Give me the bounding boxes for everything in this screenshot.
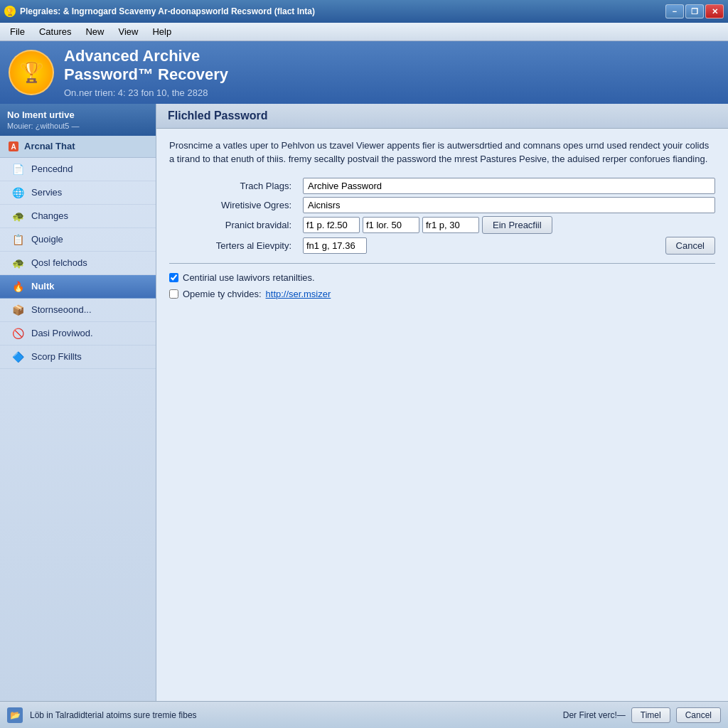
title-bar: 🏆 Plegrales: & Ingrnogard Scavemy Ar-doo… bbox=[0, 0, 728, 23]
sidebar-section-icon: A bbox=[7, 140, 20, 153]
sidebar-item-quoigle[interactable]: 📋 Quoigle bbox=[0, 228, 156, 252]
sidebar-section-label: Arcnal That bbox=[24, 141, 75, 151]
sidebar-section-header[interactable]: A Arcnal That bbox=[0, 136, 156, 158]
sidebar-item-icon-storns: 📦 bbox=[10, 302, 26, 318]
description-text: Prosncime a vatles uper to Pehlvon us tz… bbox=[169, 139, 715, 166]
sidebar-header: No Iment urtive Mouier: ¿without5 — bbox=[0, 104, 156, 136]
window-title: Plegrales: & Ingrnogard Scavemy Ar-doona… bbox=[20, 6, 315, 16]
form-row-2: Wiretisive Ogres: bbox=[169, 197, 715, 213]
app-title-line1: Advanced Archive Password™ Recovery bbox=[64, 47, 228, 85]
app-icon: 🏆 bbox=[4, 6, 16, 17]
menu-help[interactable]: Help bbox=[145, 25, 178, 38]
pranict-val1-input[interactable] bbox=[303, 217, 360, 233]
sidebar-item-icon-servies: 🌐 bbox=[10, 185, 26, 200]
menu-bar: File Catures New View Help bbox=[0, 23, 728, 41]
menu-file[interactable]: File bbox=[3, 25, 32, 38]
checkbox-row-1: Centirial use lawivors retanilties. bbox=[169, 272, 715, 283]
form-label-2: Wiretisive Ogres: bbox=[169, 200, 297, 210]
status-right-label: Der Firet verc!— bbox=[563, 710, 626, 720]
sidebar-item-icon-quoigle: 📋 bbox=[10, 232, 26, 247]
sidebar-item-label: Pencednd bbox=[31, 164, 73, 174]
app-title-block: Advanced Archive Password™ Recovery On.n… bbox=[64, 47, 228, 98]
pranict-val2-input[interactable] bbox=[363, 217, 419, 233]
sidebar-item-servies[interactable]: 🌐 Servies bbox=[0, 181, 156, 205]
minimize-button[interactable]: − bbox=[665, 4, 684, 18]
sidebar-item-storns[interactable]: 📦 Stornseoond... bbox=[0, 299, 156, 322]
close-button[interactable]: ✕ bbox=[705, 4, 724, 18]
content-body: Prosncime a vatles uper to Pehlvon us tz… bbox=[156, 129, 728, 315]
terters-input[interactable] bbox=[303, 237, 367, 254]
pranict-val3-input[interactable] bbox=[422, 217, 479, 233]
timel-button[interactable]: Timel bbox=[631, 707, 670, 723]
status-right: Der Firet verc!— Timel Cancel bbox=[563, 707, 721, 723]
status-text: Löb in Talradidterial atoims sure tremie… bbox=[30, 710, 556, 720]
checkbox-2-link[interactable]: http://ser.msizer bbox=[266, 289, 331, 299]
menu-catures[interactable]: Catures bbox=[32, 25, 79, 38]
sidebar-item-icon-pencednd: 📄 bbox=[10, 161, 26, 177]
sidebar-top-sub: Mouier: ¿without5 — bbox=[7, 122, 149, 130]
sidebar-item-changes[interactable]: 🐢 Changes bbox=[0, 205, 156, 228]
sidebar-item-nultk[interactable]: 🔥 Nultk bbox=[0, 275, 156, 299]
form-row-1: Trach Plags: bbox=[169, 178, 715, 194]
sidebar: No Iment urtive Mouier: ¿without5 — A Ar… bbox=[0, 104, 156, 701]
statusbar-cancel-button[interactable]: Cancel bbox=[676, 707, 721, 723]
sidebar-item-icon-qosl: 🐢 bbox=[10, 255, 26, 271]
form-label-1: Trach Plags: bbox=[169, 181, 297, 191]
menu-view[interactable]: View bbox=[112, 25, 146, 38]
form-row-4: Terters al Eievpity: Cancel bbox=[169, 237, 715, 255]
title-bar-left: 🏆 Plegrales: & Ingrnogard Scavemy Ar-doo… bbox=[4, 6, 315, 17]
checkbox-row-2: Opemie ty chvides: http://ser.msizer bbox=[169, 289, 715, 299]
divider bbox=[169, 263, 715, 264]
sidebar-item-icon-dasi: 🚫 bbox=[10, 326, 26, 341]
form-row-3: Pranict bravidal: Ein Preacfiil bbox=[169, 216, 715, 234]
sidebar-item-label: Dasi Proviwod. bbox=[31, 328, 93, 338]
sidebar-item-icon-nultk: 🔥 bbox=[10, 279, 26, 294]
sidebar-item-qosl[interactable]: 🐢 Qosl felchods bbox=[0, 252, 156, 275]
cancel-button[interactable]: Cancel bbox=[665, 237, 715, 255]
sidebar-item-label: Scorp Fkillts bbox=[31, 351, 82, 362]
sidebar-item-scorp[interactable]: 🔷 Scorp Fkillts bbox=[0, 346, 156, 369]
sidebar-top-title: No Iment urtive bbox=[7, 109, 149, 120]
app-subtitle: On.ner trien: 4: 23 fon 10, the 2828 bbox=[64, 87, 228, 98]
form-row-4-inputs: Cancel bbox=[303, 237, 715, 255]
status-bar: 📂 Löb in Talradidterial atoims sure trem… bbox=[0, 701, 728, 728]
content-panel: Flichled Password Prosncime a vatles upe… bbox=[156, 104, 728, 701]
sidebar-item-label: Quoigle bbox=[31, 234, 63, 245]
status-icon: 📂 bbox=[7, 707, 23, 723]
window-controls: − ❐ ✕ bbox=[665, 4, 724, 18]
app-logo: 🏆 bbox=[9, 50, 54, 95]
checkbox-2-label: Opemie ty chvides: bbox=[183, 289, 262, 299]
form-label-4: Terters al Eievpity: bbox=[169, 240, 297, 251]
archive-password-input[interactable] bbox=[303, 178, 715, 194]
form-row-3-inputs: Ein Preacfiil bbox=[303, 216, 715, 234]
content-header: Flichled Password bbox=[156, 104, 728, 129]
sidebar-item-label: Changes bbox=[31, 210, 68, 221]
sidebar-item-label: Qosl felchods bbox=[31, 257, 87, 268]
main-area: No Iment urtive Mouier: ¿without5 — A Ar… bbox=[0, 104, 728, 701]
sidebar-item-icon-changes: 🐢 bbox=[10, 208, 26, 224]
app-header: 🏆 Advanced Archive Password™ Recovery On… bbox=[0, 41, 728, 104]
checkbox-1-label: Centirial use lawivors retanilties. bbox=[183, 272, 315, 283]
svg-text:A: A bbox=[11, 143, 16, 151]
sidebar-item-label: Servies bbox=[31, 187, 62, 198]
sidebar-item-label: Stornseoond... bbox=[31, 304, 92, 315]
sidebar-item-dasi[interactable]: 🚫 Dasi Proviwod. bbox=[0, 322, 156, 346]
panel-title: Flichled Password bbox=[168, 109, 717, 122]
form-label-3: Pranict bravidal: bbox=[169, 220, 297, 230]
sidebar-item-pencednd[interactable]: 📄 Pencednd bbox=[0, 158, 156, 181]
maximize-button[interactable]: ❐ bbox=[685, 4, 704, 18]
sidebar-item-label: Nultk bbox=[31, 281, 55, 291]
ein-preacfiil-button[interactable]: Ein Preacfiil bbox=[482, 216, 552, 234]
checkbox-2[interactable] bbox=[169, 289, 178, 299]
wiretisive-ogres-input[interactable] bbox=[303, 197, 715, 213]
sidebar-item-icon-scorp: 🔷 bbox=[10, 349, 26, 365]
checkbox-1[interactable] bbox=[169, 273, 178, 282]
menu-new[interactable]: New bbox=[78, 25, 111, 38]
